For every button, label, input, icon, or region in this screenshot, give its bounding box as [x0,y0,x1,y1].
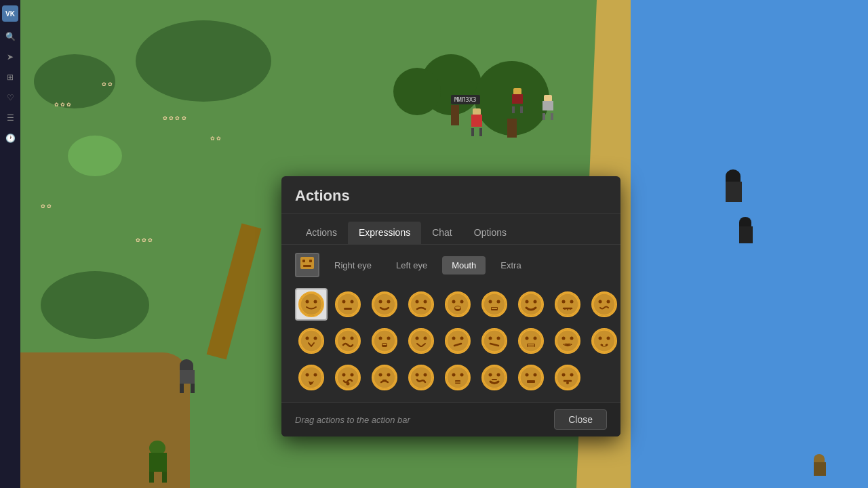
flower: ✿ ✿ ✿ [136,237,153,243]
svg-point-13 [379,300,382,304]
expr-cell[interactable] [515,325,547,357]
svg-point-19 [452,300,456,304]
svg-rect-27 [492,308,497,309]
expr-cell[interactable] [515,288,547,321]
grass-patch [41,271,149,339]
svg-point-96 [557,367,578,388]
face-icon [408,328,434,354]
face-icon [555,291,580,317]
send-icon[interactable]: ➤ [2,49,18,65]
tab-expressions[interactable]: Expressions [348,222,421,245]
svg-rect-95 [527,380,535,383]
svg-rect-88 [455,382,460,383]
svg-point-93 [526,373,529,377]
apps-icon[interactable]: ⊞ [2,69,18,85]
face-icon [518,328,544,354]
clock-icon[interactable]: 🕐 [2,130,18,146]
expr-cell[interactable] [368,361,401,394]
expr-cell[interactable] [295,361,328,394]
expr-cell[interactable] [368,288,401,321]
expr-cell[interactable] [405,288,437,321]
tab-chat[interactable]: Chat [421,222,463,245]
expr-cell[interactable] [332,288,364,321]
expr-cell[interactable] [441,325,474,357]
news-icon[interactable]: ☰ [2,110,18,126]
svg-point-50 [424,337,427,340]
svg-point-71 [306,373,309,377]
svg-point-17 [424,300,427,304]
subtab-right-eye[interactable]: Right eye [325,256,381,274]
grid-row-1 [295,288,607,321]
actions-modal: Actions Actions Expressions Chat Options… [281,176,620,436]
expr-cell[interactable] [515,361,547,394]
svg-point-16 [416,300,419,304]
svg-point-14 [387,300,391,304]
search-icon[interactable]: 🔍 [2,28,18,45]
svg-point-30 [534,300,537,304]
svg-point-67 [599,337,602,340]
face-icon [518,291,544,317]
subtab-mouth[interactable]: Mouth [442,256,486,274]
expr-cell[interactable] [478,288,511,321]
expr-cell[interactable] [588,325,620,357]
expr-cell-selected[interactable] [295,288,328,321]
svg-point-23 [484,293,505,315]
svg-point-68 [607,337,610,340]
face-icon [335,328,361,354]
svg-point-5 [300,293,322,315]
expr-cell[interactable] [441,361,474,394]
svg-point-64 [562,337,566,340]
tree [393,68,441,115]
svg-point-69 [603,344,606,346]
subtab-left-eye[interactable]: Left eye [387,256,437,274]
creature-2 [726,169,742,202]
face-icon [298,291,324,317]
svg-point-81 [410,367,432,388]
face-icon [481,291,507,317]
svg-point-78 [379,373,382,377]
svg-point-28 [520,293,542,315]
svg-point-90 [489,373,492,377]
svg-point-83 [424,373,427,377]
expr-cell[interactable] [441,288,474,321]
expr-cell[interactable] [332,361,364,394]
expr-cell[interactable] [478,361,511,394]
flower: ✿ ✿ [41,203,52,209]
svg-point-84 [447,367,469,388]
expr-cell[interactable] [588,288,620,321]
subtab-extra[interactable]: Extra [491,256,530,274]
svg-point-33 [570,300,574,304]
svg-point-9 [342,300,346,304]
face-icon [481,328,507,354]
tab-actions[interactable]: Actions [295,222,348,245]
heart-icon[interactable]: ♡ [2,89,18,106]
expr-cell[interactable] [551,288,584,321]
vk-logo[interactable]: VK [2,5,18,22]
svg-point-52 [452,337,456,340]
svg-point-40 [337,330,359,352]
svg-point-89 [484,367,505,388]
expr-cell[interactable] [405,325,437,357]
expr-cell[interactable] [551,361,584,394]
svg-point-79 [387,373,391,377]
face-icon [445,291,471,317]
close-button[interactable]: Close [554,409,607,430]
expr-cell[interactable] [551,325,584,357]
face-icon [518,365,544,390]
expr-cell[interactable] [295,325,328,357]
character-3: МИЛ3Х3 [471,108,482,139]
grass-patch [136,20,271,102]
tab-options[interactable]: Options [463,222,517,245]
expr-cell[interactable] [478,325,511,357]
expr-cell[interactable] [332,325,364,357]
expr-cell[interactable] [405,361,437,394]
expr-cell[interactable] [368,325,401,357]
svg-point-44 [379,337,382,340]
svg-point-37 [300,330,322,352]
face-icon [445,328,471,354]
tree-trunk [507,119,517,138]
face-icon [408,365,434,390]
svg-rect-80 [382,380,387,381]
svg-point-35 [599,300,602,304]
svg-point-99 [566,382,569,384]
